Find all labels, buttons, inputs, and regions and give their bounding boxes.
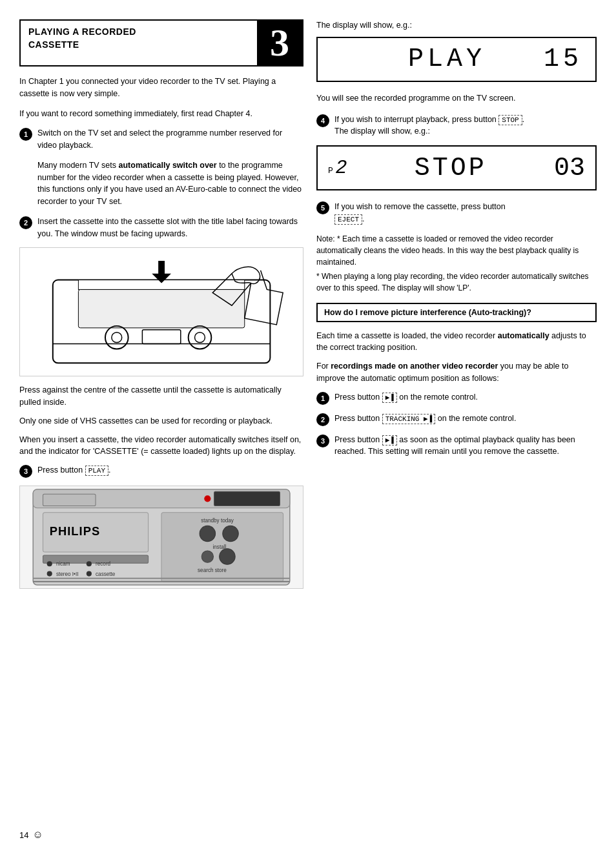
svg-point-7 <box>194 333 205 343</box>
step-4-number: 4 <box>316 114 329 127</box>
svg-point-23 <box>220 549 235 564</box>
right-step-2-content: Press button TRACKING ▶▐ on the remote c… <box>334 413 597 425</box>
right-step-3-number: 3 <box>316 435 329 447</box>
right-step-2: 2 Press button TRACKING ▶▐ on the remote… <box>316 413 597 426</box>
lcd-p-label: P 2 <box>328 157 347 179</box>
svg-point-29 <box>47 571 52 576</box>
left-column: PLAYING A RECORDED CASSETTE 3 In Chapter… <box>19 19 303 841</box>
page-footer: 14 ☺ <box>19 829 43 841</box>
chapter-header: PLAYING A RECORDED CASSETTE 3 <box>19 19 303 67</box>
step-3-content: Press button PLAY. <box>37 464 303 476</box>
lcd-stop-display: P 2 STOP 03 <box>316 145 597 190</box>
play-remote-btn-3: ▶▐ <box>382 435 397 445</box>
page-number: 14 <box>19 830 28 840</box>
press-text-2: Only one side of VHS cassettes can be us… <box>19 415 303 427</box>
svg-point-20 <box>223 526 238 541</box>
eject-button-ref: EJECT <box>334 214 362 225</box>
vcr-svg: PHILIPS standby today install search sto… <box>20 486 303 588</box>
note-star-1: Note: * Each time a cassette is loaded o… <box>316 233 597 268</box>
svg-text:search  store: search store <box>198 568 227 573</box>
tv-text: You will see the recorded programme on t… <box>316 92 597 105</box>
step-4: 4 If you wish to interrupt playback, pre… <box>316 114 597 138</box>
right-step-1: 1 Press button ▶▐ on the remote control. <box>316 391 597 405</box>
svg-rect-8 <box>142 330 180 344</box>
svg-point-6 <box>189 326 212 349</box>
display-label: The display will show, e.g.: <box>316 19 597 32</box>
svg-point-4 <box>105 326 128 349</box>
chapter-title-box: PLAYING A RECORDED CASSETTE <box>21 21 257 65</box>
step-2-number: 2 <box>19 216 32 229</box>
stop-button-ref: STOP <box>498 115 522 125</box>
svg-point-31 <box>87 571 92 576</box>
press-text-1: Press against the centre of the cassette… <box>19 384 303 409</box>
svg-text:nicam: nicam <box>56 561 70 567</box>
step-5: 5 If you wish to remove the cassette, pr… <box>316 201 597 225</box>
svg-text:stereo I•II: stereo I•II <box>56 571 79 577</box>
step-1-number: 1 <box>19 128 32 141</box>
step-3: 3 Press button PLAY. <box>19 464 303 478</box>
right-column: The display will show, e.g.: PLAY 15 You… <box>316 19 597 841</box>
svg-rect-3 <box>78 290 244 328</box>
lcd-play-text: PLAY 15 <box>408 45 582 74</box>
cassette-image <box>19 247 303 376</box>
step-5-content: If you wish to remove the cassette, pres… <box>334 201 597 225</box>
lcd-stop-num: 03 <box>554 154 585 183</box>
smiley-icon: ☺ <box>32 829 43 841</box>
right-step-3: 3 Press button ▶▐ as soon as the optimal… <box>316 434 597 458</box>
vcr-image: PHILIPS standby today install search sto… <box>19 486 303 589</box>
svg-text:standby  today: standby today <box>201 518 234 524</box>
step-1: 1 Switch on the TV set and select the pr… <box>19 127 303 152</box>
svg-point-27 <box>87 561 92 566</box>
step-2: 2 Insert the cassette into the cassette … <box>19 216 303 240</box>
cassette-svg <box>34 254 289 369</box>
step-1-content: Switch on the TV set and select the prog… <box>37 127 303 152</box>
autotrack-box: How do I remove picture interference (Au… <box>316 303 597 322</box>
lcd-play-display: PLAY 15 <box>316 37 597 82</box>
step-1-note: Many modern TV sets automatically switch… <box>37 159 303 208</box>
svg-text:cassette: cassette <box>96 571 116 577</box>
svg-point-25 <box>47 561 52 566</box>
svg-point-19 <box>200 526 215 541</box>
intro-text-1: In Chapter 1 you connected your video re… <box>19 76 303 100</box>
right-step-1-number: 1 <box>316 392 329 405</box>
right-step-3-content: Press button ▶▐ as soon as the optimal p… <box>334 434 597 458</box>
chapter-title: PLAYING A RECORDED CASSETTE <box>28 26 249 51</box>
svg-point-22 <box>201 551 213 562</box>
autotrack-text-2: For recordings made on another video rec… <box>316 360 597 385</box>
svg-rect-11 <box>43 494 96 506</box>
right-step-1-content: Press button ▶▐ on the remote control. <box>334 391 597 404</box>
step-5-number: 5 <box>316 201 329 214</box>
svg-rect-12 <box>214 491 280 506</box>
svg-point-13 <box>204 495 210 502</box>
tracking-btn: TRACKING ▶▐ <box>382 414 436 424</box>
right-step-2-number: 2 <box>316 413 329 426</box>
svg-point-5 <box>112 333 122 343</box>
chapter-number: 3 <box>257 21 302 65</box>
note-star-2: * When playing a long play recording, th… <box>316 271 597 294</box>
svg-text:PHILIPS: PHILIPS <box>50 524 100 538</box>
when-text: When you insert a cassette, the video re… <box>19 434 303 458</box>
step-2-content: Insert the cassette into the cassette sl… <box>37 216 303 240</box>
note-box: Note: * Each time a cassette is loaded o… <box>316 233 597 294</box>
lcd-stop-word: STOP <box>415 154 487 183</box>
step-4-content: If you wish to interrupt playback, press… <box>334 114 597 138</box>
autotrack-text-1: Each time a cassette is loaded, the vide… <box>316 330 597 354</box>
intro-text-2: If you want to record something immediat… <box>19 108 303 120</box>
play-remote-btn-1: ▶▐ <box>382 393 397 403</box>
play-button-ref: PLAY <box>85 466 108 476</box>
svg-text:record: record <box>96 561 110 567</box>
step-3-number: 3 <box>19 465 32 478</box>
